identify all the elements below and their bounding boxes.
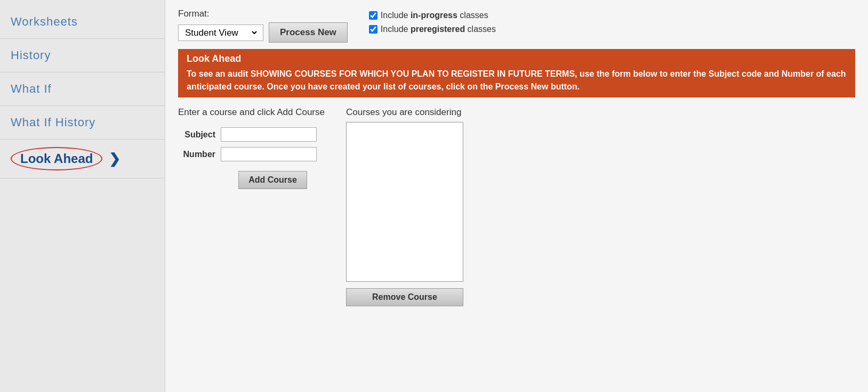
process-new-button[interactable]: Process New [269, 22, 348, 43]
form-instruction: Enter a course and click Add Course [178, 107, 325, 118]
form-area: Enter a course and click Add Course Subj… [178, 107, 855, 306]
format-section: Format: Student View Advisor View Proces… [178, 9, 348, 43]
sidebar-arrow-icon: ❯ [109, 151, 120, 167]
subject-label: Subject [178, 130, 215, 140]
courses-section: Courses you are considering Remove Cours… [346, 107, 463, 306]
remove-course-button[interactable]: Remove Course [346, 288, 463, 306]
look-ahead-banner: Look Ahead To see an audit SHOWING COURS… [178, 49, 855, 97]
sidebar-item-what-if[interactable]: What If [0, 72, 165, 106]
add-course-button[interactable]: Add Course [238, 171, 307, 189]
checkbox-inprogress[interactable] [369, 11, 377, 20]
sidebar-item-look-ahead-row: Look Ahead ❯ [0, 140, 165, 178]
checkbox-preregistered[interactable] [369, 25, 377, 34]
sidebar: Worksheets History What If What If Histo… [0, 0, 165, 392]
subject-input[interactable] [221, 127, 317, 142]
number-label: Number [178, 150, 215, 159]
number-input[interactable] [221, 147, 317, 161]
sidebar-item-look-ahead[interactable]: Look Ahead [11, 147, 102, 170]
checkbox-preregistered-label: Include preregistered classes [381, 24, 496, 34]
sidebar-item-history[interactable]: History [0, 39, 165, 72]
courses-panel-title: Courses you are considering [346, 107, 463, 118]
banner-title: Look Ahead [187, 53, 847, 64]
main-content: Format: Student View Advisor View Proces… [165, 0, 868, 392]
checkbox-preregistered-row: Include preregistered classes [369, 24, 496, 34]
sidebar-item-what-if-history[interactable]: What If History [0, 106, 165, 140]
subject-row: Subject [178, 127, 325, 142]
sidebar-item-worksheets[interactable]: Worksheets [0, 5, 165, 39]
courses-listbox[interactable] [346, 122, 463, 282]
number-row: Number [178, 147, 325, 161]
top-bar: Format: Student View Advisor View Proces… [178, 9, 855, 43]
format-select-wrapper: Student View Advisor View [178, 24, 263, 41]
format-label: Format: [178, 9, 348, 19]
checkbox-inprogress-row: Include in-progress classes [369, 11, 496, 20]
banner-text: To see an audit SHOWING COURSES FOR WHIC… [187, 68, 847, 93]
course-form: Enter a course and click Add Course Subj… [178, 107, 325, 189]
checkbox-section: Include in-progress classes Include prer… [369, 11, 496, 34]
format-row: Student View Advisor View Process New [178, 22, 348, 43]
format-select[interactable]: Student View Advisor View [183, 27, 259, 38]
checkbox-inprogress-label: Include in-progress classes [381, 11, 488, 20]
